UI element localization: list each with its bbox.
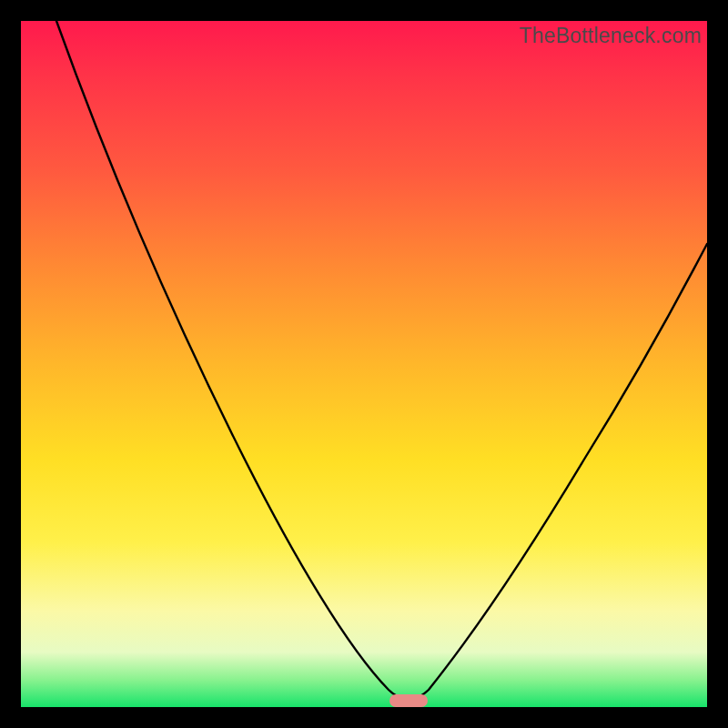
bottleneck-curve-path <box>56 21 707 700</box>
optimal-marker <box>389 694 428 707</box>
chart-frame: TheBottleneck.com <box>21 21 707 707</box>
bottleneck-curve <box>21 21 707 707</box>
